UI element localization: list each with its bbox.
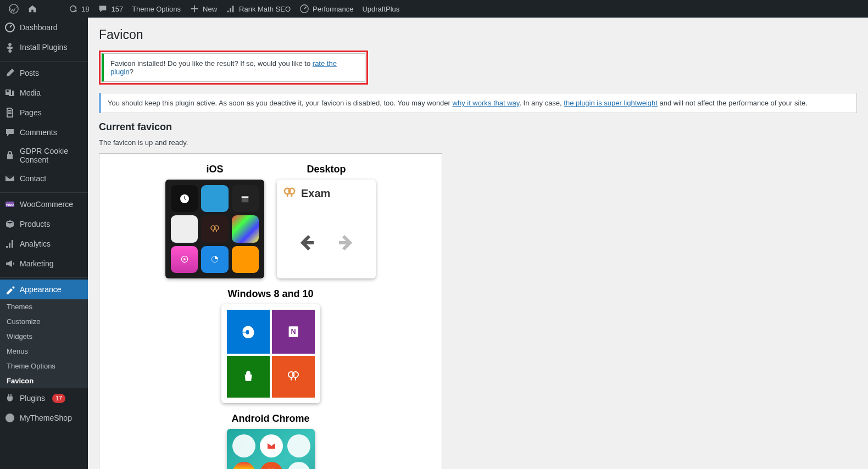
admin-bar: 18 157 Theme Options New Rank Math SEO P… [0,0,868,18]
sub-widgets[interactable]: Widgets [0,329,88,344]
sub-favicon[interactable]: Favicon [0,373,88,388]
desktop-mock: Exam [277,180,376,278]
svg-point-5 [5,414,14,422]
menu-contact[interactable]: Contact [0,169,88,188]
svg-text:woo: woo [5,203,14,206]
svg-rect-7 [242,196,249,198]
updates-link[interactable]: 18 [64,0,93,18]
ab-updraft[interactable]: UpdraftPlus [358,0,404,18]
preview-ios: iOS [164,164,266,278]
menu-dashboard[interactable]: Dashboard [0,18,88,37]
menu-posts[interactable]: Posts [0,63,88,83]
menu-appearance[interactable]: Appearance [0,280,88,299]
wp-logo[interactable] [4,0,23,18]
updates-count: 18 [81,5,89,13]
menu-marketing[interactable]: Marketing [0,254,88,273]
comments-count: 157 [111,5,123,13]
plugins-badge: 17 [52,394,65,403]
menu-mythemeshop[interactable]: MyThemeShop [0,408,88,428]
arrow-left-icon [296,232,318,254]
home-icon[interactable] [23,0,42,18]
sub-menus[interactable]: Menus [0,344,88,359]
svg-point-10 [214,226,219,230]
ab-rankmath[interactable]: Rank Math SEO [221,0,295,18]
info-notice: You should keep this plugin active. As s… [99,93,857,113]
submenu-appearance: Themes Customize Widgets Menus Theme Opt… [0,299,88,388]
menu-gdpr[interactable]: GDPR Cookie Consent [0,142,88,169]
android-mock [227,429,315,469]
svg-point-18 [292,372,298,377]
sub-themes[interactable]: Themes [0,299,88,314]
menu-pages[interactable]: Pages [0,103,88,122]
ab-new[interactable]: New [185,0,221,18]
arrow-right-icon [335,232,357,254]
status-text: The favicon is up and ready. [99,138,857,147]
admin-sidebar: Dashboard Install Plugins Posts Media Pa… [0,18,88,469]
ab-performance[interactable]: Performance [295,0,358,18]
page-title: Favicon [99,27,857,42]
ab-theme-options[interactable]: Theme Options [127,0,185,18]
highlighted-notice: Favicon installed! Do you like the resul… [99,51,368,85]
preview-windows: Windows 8 and 10 N [220,288,321,403]
menu-comments[interactable]: Comments [0,122,88,142]
menu-plugins[interactable]: Plugins17 [0,388,88,408]
section-heading: Current favicon [99,121,857,133]
menu-media[interactable]: Media [0,83,88,103]
preview-desktop: Desktop Exam [276,164,377,278]
menu-install-plugins[interactable]: Install Plugins [0,37,88,57]
svg-rect-8 [242,198,249,202]
menu-woocommerce[interactable]: wooWooCommerce [0,194,88,214]
main-content: Favicon Favicon installed! Do you like t… [88,18,868,469]
favicon-preview-box: iOS Desktop E [99,153,442,469]
ios-mock [165,180,264,278]
svg-text:N: N [291,328,296,336]
lightweight-link[interactable]: the plugin is super lightweight [564,99,658,107]
menu-analytics[interactable]: Analytics [0,234,88,254]
why-link[interactable]: why it works that way [453,99,520,107]
windows-mock: N [221,304,320,403]
separator [0,59,88,62]
success-notice: Favicon installed! Do you like the resul… [102,53,365,82]
separator [0,275,88,278]
menu-products[interactable]: Products [0,214,88,234]
preview-android: Android Chrome [109,413,432,469]
separator [0,190,88,193]
comments-link[interactable]: 157 [93,0,127,18]
sub-theme-options[interactable]: Theme Options [0,359,88,373]
sub-customize[interactable]: Customize [0,314,88,329]
